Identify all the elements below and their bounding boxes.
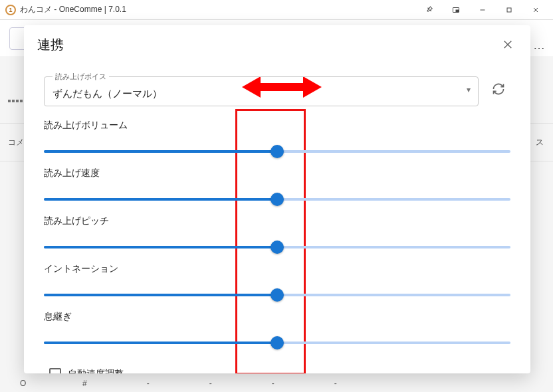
- modal-title: 連携: [37, 36, 64, 54]
- bg-left-label: コメ: [0, 137, 24, 148]
- picture-in-picture-icon[interactable]: [443, 0, 469, 20]
- maximize-button[interactable]: [496, 0, 522, 20]
- slider-fill: [44, 342, 277, 344]
- auto-speed-row[interactable]: 自動速度調整: [44, 359, 510, 373]
- bg-foot-dash: -: [334, 379, 337, 388]
- slider[interactable]: [44, 239, 510, 255]
- slider-group: 息継ぎ: [44, 311, 510, 351]
- close-window-button[interactable]: [522, 0, 549, 20]
- slider-fill: [44, 246, 277, 248]
- refresh-button[interactable]: [487, 77, 510, 101]
- bg-footer: O # - - - -: [0, 379, 553, 388]
- slider-fill: [44, 150, 277, 153]
- voice-value: ずんだもん（ノーマル）: [53, 88, 162, 100]
- slider-label: 読み上げ速度: [44, 167, 510, 179]
- drag-handle-icon: [8, 100, 23, 102]
- window-title: わんコメ - OneComme | 7.0.1: [20, 4, 126, 15]
- bg-foot-dash: -: [209, 379, 212, 388]
- settings-modal: 連携 読み上げボイス ずんだもん（ノーマル） ▾ 読み上げボリューム読み上げ速: [24, 25, 530, 373]
- checkbox-icon[interactable]: [49, 368, 61, 373]
- bg-foot-dash: -: [147, 379, 150, 388]
- slider-thumb[interactable]: [271, 241, 284, 254]
- slider-fill: [44, 294, 277, 296]
- slider-label: 読み上げピッチ: [44, 215, 510, 227]
- slider-label: イントネーション: [44, 263, 510, 275]
- slider-label: 読み上げボリューム: [44, 120, 510, 132]
- modal-header: 連携: [24, 25, 530, 64]
- minimize-button[interactable]: [469, 0, 496, 20]
- slider-thumb[interactable]: [271, 145, 284, 158]
- slider-thumb[interactable]: [271, 193, 284, 206]
- modal-body: 読み上げボイス ずんだもん（ノーマル） ▾ 読み上げボリューム読み上げ速度読み上…: [24, 64, 530, 373]
- bg-right-label: ス: [536, 137, 553, 148]
- close-icon[interactable]: [498, 35, 517, 54]
- titlebar: 1 わんコメ - OneComme | 7.0.1: [0, 0, 553, 20]
- slider-thumb[interactable]: [271, 288, 284, 302]
- slider[interactable]: [44, 335, 510, 351]
- auto-speed-label: 自動速度調整: [68, 368, 124, 373]
- svg-rect-1: [456, 10, 459, 12]
- voice-row: 読み上げボイス ずんだもん（ノーマル） ▾: [44, 72, 510, 106]
- slider-group: 読み上げ速度: [44, 167, 510, 207]
- slider-group: イントネーション: [44, 263, 510, 303]
- slider-group: 読み上げボリューム: [44, 120, 510, 159]
- slider[interactable]: [44, 191, 510, 207]
- bg-foot-hash: #: [82, 379, 87, 388]
- slider-group: 読み上げピッチ: [44, 215, 510, 255]
- voice-select[interactable]: 読み上げボイス ずんだもん（ノーマル） ▾: [44, 72, 479, 106]
- app-icon: 1: [5, 5, 16, 15]
- bg-foot-dash: -: [272, 379, 275, 388]
- slider-fill: [44, 198, 277, 201]
- svg-rect-3: [507, 8, 511, 12]
- pin-icon[interactable]: [416, 0, 443, 20]
- bg-foot-o: O: [20, 379, 26, 388]
- chevron-down-icon: ▾: [467, 85, 471, 94]
- slider[interactable]: [44, 287, 510, 303]
- voice-legend: 読み上げボイス: [53, 72, 109, 82]
- slider-thumb[interactable]: [271, 336, 284, 349]
- overflow-menu-icon[interactable]: …: [533, 39, 546, 52]
- slider-label: 息継ぎ: [44, 311, 510, 323]
- slider[interactable]: [44, 144, 510, 159]
